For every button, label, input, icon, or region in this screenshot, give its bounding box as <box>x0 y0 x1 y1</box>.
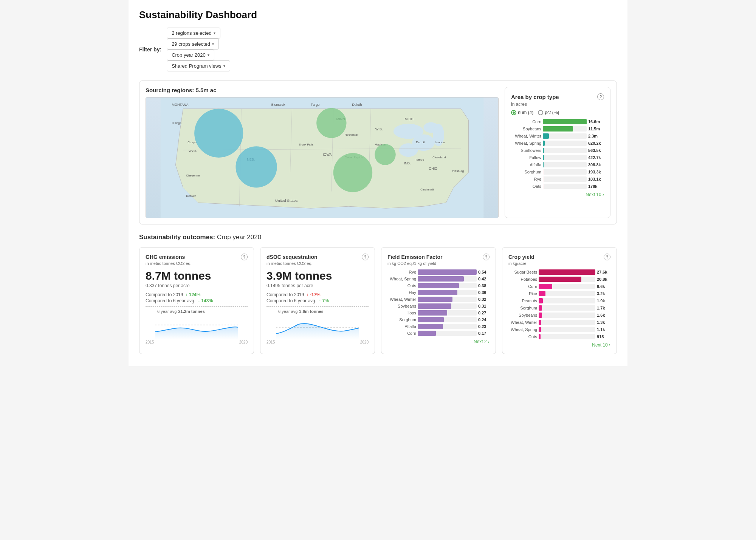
crop-bar-row: Rye 183.1k <box>511 176 604 182</box>
ghg-big-number: 8.7M tonnes <box>146 269 248 282</box>
dsoc-compare-2-val: ↑ 7% <box>319 298 329 303</box>
filter-btn-regions[interactable]: 2 regions selected▾ <box>167 28 220 39</box>
emission-next[interactable]: Next 2 › <box>387 339 490 344</box>
ghg-card: GHG emissions ? in metric tonnes CO2 eq.… <box>139 247 254 354</box>
yield-bar-value: 1.9k <box>597 299 610 303</box>
yield-bar-row: Peanuts 1.9k <box>508 298 610 303</box>
crop-bar-label: Corn <box>511 119 541 124</box>
yield-bar-label: Peanuts <box>508 299 537 303</box>
yield-bar-fill <box>539 277 581 282</box>
yield-bar-value: 915 <box>597 334 610 339</box>
filter-btn-crops[interactable]: 29 crops selected▾ <box>167 39 219 50</box>
yield-bar-label: Sorghum <box>508 306 537 310</box>
area-crop-card: Area by crop type ? in acres num (#) pct… <box>505 87 610 218</box>
dsoc-avg: - - - 6 year avg 3.6m tonnes <box>266 306 369 314</box>
yield-bar-track <box>539 291 595 296</box>
svg-point-38 <box>194 109 243 158</box>
ghg-per-acre: 0.337 tonnes per acre <box>146 283 248 288</box>
dsoc-compare-1: Compared to 2019 ↓ -17% <box>266 292 369 297</box>
emission-bar-label: Hops <box>387 311 416 315</box>
yield-bar-label: Soybeans <box>508 313 537 317</box>
emission-bar-row: Oats 0.38 <box>387 283 490 288</box>
area-crop-help-icon[interactable]: ? <box>597 93 604 100</box>
yield-bar-fill <box>539 291 545 296</box>
yield-bar-label: Rice <box>508 291 537 296</box>
emission-bar-row: Wheat, Winter 0.32 <box>387 297 490 302</box>
svg-text:IND.: IND. <box>404 161 411 165</box>
chevron-down-icon: ▾ <box>212 42 214 46</box>
svg-text:Duluth: Duluth <box>352 103 362 107</box>
ghg-title: GHG emissions ? <box>146 254 248 260</box>
crop-bar-track <box>543 169 587 175</box>
emission-bar-label: Rye <box>387 270 416 274</box>
crop-bar-row: Alfalfa 308.8k <box>511 162 604 167</box>
emission-bar-label: Alfalfa <box>387 324 416 329</box>
emission-bar-track <box>418 269 477 275</box>
filter-btn-label: Shared Program views <box>172 63 222 69</box>
map-container: MONTANA Billings WYO. Casper Cheyenne De… <box>146 97 499 218</box>
crop-bar-row: Oats 178k <box>511 184 604 189</box>
svg-text:London: London <box>435 141 445 144</box>
emission-bar-value: 0.31 <box>478 304 490 308</box>
area-crop-title: Area by crop type ? <box>511 93 604 100</box>
crop-bar-value: 178k <box>588 184 604 189</box>
crop-bar-track <box>543 141 587 146</box>
emission-bar-track <box>418 283 477 288</box>
yield-next[interactable]: Next 10 › <box>508 342 610 348</box>
filter-label: Filter by: <box>139 46 161 53</box>
yield-bar-value: 20.8k <box>597 277 610 282</box>
yield-bar-fill <box>539 327 541 332</box>
svg-text:Rochester: Rochester <box>345 133 359 136</box>
filter-btn-year[interactable]: Crop year 2020▾ <box>167 50 214 60</box>
yield-bar-label: Oats <box>508 334 537 339</box>
yield-help-icon[interactable]: ? <box>604 254 610 260</box>
emission-bars-container: Rye 0.54 Wheat, Spring 0.42 Oats 0.38 Ha… <box>387 269 490 336</box>
crop-bar-fill <box>543 162 544 167</box>
dsoc-title: dSOC sequestration ? <box>266 254 369 260</box>
ghg-sparkline <box>146 317 248 339</box>
yield-bar-track <box>539 313 595 318</box>
svg-point-3 <box>399 143 418 157</box>
filter-btn-views[interactable]: Shared Program views▾ <box>167 60 230 71</box>
crop-bar-track <box>543 133 587 139</box>
emission-bar-value: 0.17 <box>478 331 490 336</box>
crop-bar-row: Soybeans 11.5m <box>511 126 604 132</box>
area-crop-next[interactable]: Next 10 › <box>511 192 604 197</box>
emission-help-icon[interactable]: ? <box>483 254 490 260</box>
emission-card: Field Emission Factor ? in kg CO2 eq./1 … <box>381 247 496 354</box>
yield-bar-track <box>539 320 595 325</box>
ghg-help-icon[interactable]: ? <box>241 254 248 260</box>
crop-bar-track <box>543 148 587 153</box>
yield-bar-fill <box>539 305 542 311</box>
crop-bar-value: 193.3k <box>588 170 604 174</box>
sourcing-title-text: Sourcing regions: <box>146 87 194 93</box>
emission-bar-row: Corn 0.17 <box>387 331 490 336</box>
svg-text:Cleveland: Cleveland <box>432 156 446 159</box>
crop-bar-label: Oats <box>511 184 541 189</box>
svg-text:Sioux Falls: Sioux Falls <box>299 143 313 146</box>
svg-text:United States: United States <box>275 198 298 203</box>
yield-bar-fill <box>539 269 595 275</box>
yield-bar-label: Potatoes <box>508 277 537 282</box>
ghg-compare-2: Compared to 6 year avg. ↓ 143% <box>146 298 248 303</box>
emission-bar-label: Hay <box>387 290 416 295</box>
emission-bar-fill <box>418 297 452 302</box>
dsoc-help-icon[interactable]: ? <box>362 254 369 260</box>
emission-bar-label: Oats <box>387 283 416 288</box>
emission-bar-value: 0.54 <box>478 270 490 274</box>
emission-bar-label: Corn <box>387 331 416 336</box>
emission-bar-fill <box>418 331 436 336</box>
outcomes-grid: GHG emissions ? in metric tonnes CO2 eq.… <box>139 247 617 354</box>
chevron-down-icon: ▾ <box>214 31 215 35</box>
dsoc-sparkline <box>266 317 369 339</box>
emission-bar-value: 0.23 <box>478 324 490 329</box>
yield-bar-row: Potatoes 20.8k <box>508 277 610 282</box>
yield-bar-row: Oats 915 <box>508 334 610 339</box>
ghg-spark-labels: 2015 2020 <box>146 340 248 344</box>
radio-pct[interactable]: pct (%) <box>538 110 559 115</box>
radio-num[interactable]: num (#) <box>511 110 533 115</box>
map-section: Sourcing regions: 5.5m ac <box>146 87 499 218</box>
svg-text:WIS.: WIS. <box>375 127 383 131</box>
crop-bar-label: Fallow <box>511 155 541 160</box>
dsoc-spark-labels: 2015 2020 <box>266 340 369 344</box>
